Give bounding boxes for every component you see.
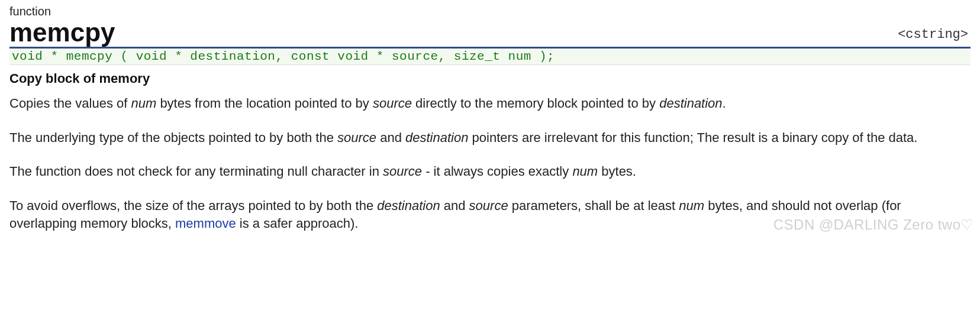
text: bytes. [598, 164, 636, 179]
italic-source: source [373, 96, 412, 111]
paragraph-4: To avoid overflows, the size of the arra… [9, 197, 971, 232]
italic-destination: destination [405, 130, 468, 145]
link-memmove[interactable]: memmove [175, 216, 236, 231]
paragraph-1: Copies the values of num bytes from the … [9, 95, 971, 112]
text: bytes from the location pointed to by [156, 96, 373, 111]
text: - it always copies exactly [422, 164, 572, 179]
text: is a safer approach). [236, 216, 359, 231]
text: The underlying type of the objects point… [9, 130, 337, 145]
title-header-row: memcpy <cstring> [9, 20, 971, 49]
text: The function does not check for any term… [9, 164, 383, 179]
header-include: <cstring> [898, 27, 971, 46]
italic-source: source [469, 198, 508, 213]
italic-source: source [383, 164, 422, 179]
italic-destination: destination [377, 198, 440, 213]
function-signature: void * memcpy ( void * destination, cons… [9, 49, 971, 65]
text: . [723, 96, 726, 111]
text: and [440, 198, 469, 213]
text: Copies the values of [9, 96, 131, 111]
italic-destination: destination [659, 96, 722, 111]
page-title: memcpy [9, 20, 115, 46]
text: directly to the memory block pointed to … [412, 96, 659, 111]
italic-num: num [131, 96, 156, 111]
category-label: function [9, 5, 971, 18]
paragraph-3: The function does not check for any term… [9, 163, 971, 180]
section-subtitle: Copy block of memory [9, 71, 971, 86]
text: pointers are irrelevant for this functio… [468, 130, 917, 145]
italic-num: num [679, 198, 704, 213]
text: and [376, 130, 405, 145]
text: parameters, shall be at least [508, 198, 679, 213]
italic-num: num [572, 164, 598, 179]
text: To avoid overflows, the size of the arra… [9, 198, 377, 213]
paragraph-2: The underlying type of the objects point… [9, 129, 971, 147]
italic-source: source [337, 130, 376, 145]
